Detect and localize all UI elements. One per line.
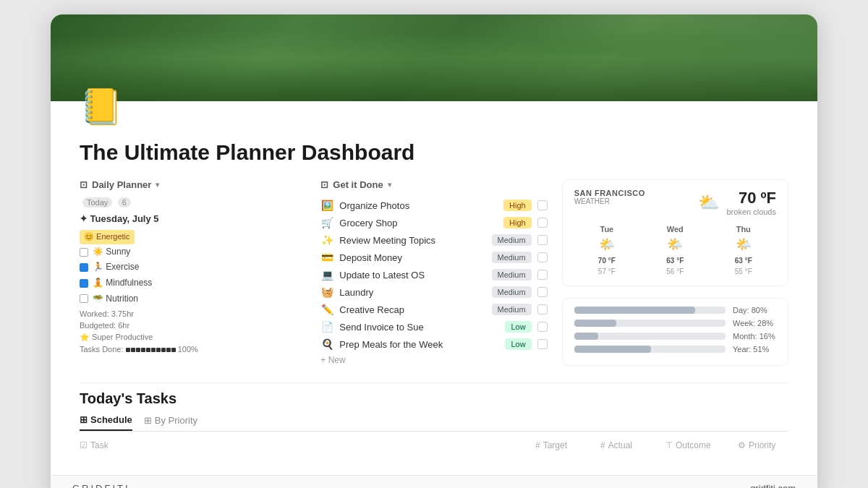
daily-planner-label: Daily Planner <box>92 179 151 190</box>
task-icon-deposit: 💳 <box>320 252 333 263</box>
brand-left: GRIDFITI <box>72 483 130 488</box>
col-label-target: Target <box>543 440 567 450</box>
weather-label: WEATHER <box>574 197 645 205</box>
planner-items: 😊 Energetic ☀️ Sunny 🏃 Exercise 🧘 Mindfu… <box>80 230 306 307</box>
checkbox-exercise[interactable] <box>80 263 88 272</box>
progress-label-year: Year: 51% <box>733 345 776 354</box>
daily-planner-section: ⊡ Daily Planner ▾ Today 6 ✦ Tuesday, Jul… <box>80 179 306 368</box>
task-row: ✏️ Creative Recap Medium <box>320 301 547 317</box>
day-heading: ✦ Tuesday, July 5 <box>80 213 306 224</box>
task-checkbox-os[interactable] <box>537 270 548 280</box>
task-name-meals: Prep Meals for the Week <box>339 339 499 350</box>
task-row: 🍳 Prep Meals for the Week Low <box>320 336 547 352</box>
col-icon-target: # <box>535 440 540 450</box>
task-row: 🧺 Laundry Medium <box>320 284 547 300</box>
progress-bar-year <box>574 346 726 353</box>
planner-item-nutrition: 🥗 Nutrition <box>80 291 306 307</box>
col-icon-actual: # <box>600 440 605 450</box>
weather-city: SAN FRANCISCO <box>574 189 645 197</box>
weather-desc: broken clouds <box>727 207 777 216</box>
progress-row-day: Day: 80% <box>574 306 776 314</box>
task-icon-os: 💻 <box>320 269 333 281</box>
dashboard-grid: ⊡ Daily Planner ▾ Today 6 ✦ Tuesday, Jul… <box>80 179 788 368</box>
task-name-recap: Creative Recap <box>339 304 485 315</box>
priority-badge-meeting: Medium <box>492 234 532 246</box>
todays-tasks-section: Today's Tasks ⊞ Schedule ⊞ By Priority ☑… <box>80 382 788 453</box>
banner-image <box>51 14 817 101</box>
task-name-invoice: Send Invoice to Sue <box>339 322 499 333</box>
col-icon-priority: ⚙ <box>738 440 746 450</box>
table-header: ☑ Task # Target # Actual ⊤ Outcome ⚙ P <box>80 437 788 453</box>
checkbox-nutrition[interactable] <box>80 294 88 303</box>
progress-dots <box>126 348 176 352</box>
weather-top: SAN FRANCISCO WEATHER ⛅ 70 ºF broken clo… <box>574 189 776 216</box>
planner-item-sunny: ☀️ Sunny <box>80 244 306 260</box>
weather-icon-main: ⛅ <box>698 192 720 213</box>
tabs-row: ⊞ Schedule ⊞ By Priority <box>80 414 788 432</box>
worked-meta: Worked: 3.75hr <box>80 309 306 318</box>
task-checkbox-deposit[interactable] <box>537 252 548 262</box>
tab-by-priority[interactable]: ⊞ By Priority <box>144 414 197 431</box>
checkbox-mindfulness[interactable] <box>80 279 88 288</box>
checkbox-sunny[interactable] <box>80 248 88 257</box>
task-checkbox-meals[interactable] <box>537 339 548 349</box>
task-checkbox-invoice[interactable] <box>537 322 548 332</box>
col-label-task: Task <box>90 440 109 450</box>
col-label-priority: Priority <box>749 440 775 450</box>
tasks-done-meta: Tasks Done: 100% <box>80 345 306 354</box>
forecast-wed: Wed 🌤️ 63 °F 56 °F <box>642 225 707 277</box>
task-checkbox-recap[interactable] <box>537 304 548 314</box>
col-label-actual: Actual <box>608 440 632 450</box>
task-icon-photos: 🖼️ <box>320 200 333 211</box>
task-name-meeting: Review Meeting Topics <box>339 235 485 246</box>
task-row: 💳 Deposit Money Medium <box>320 249 547 265</box>
add-new-button[interactable]: + New <box>320 352 547 368</box>
priority-badge-laundry: Medium <box>492 286 532 298</box>
progress-bar-day <box>574 307 726 314</box>
schedule-icon: ⊞ <box>80 414 88 425</box>
get-it-done-label: Get it Done <box>333 179 383 190</box>
forecast-tue: Tue 🌤️ 70 °F 57 °F <box>574 225 639 277</box>
mood-badge: 😊 Energetic <box>80 230 135 244</box>
task-checkbox-photos[interactable] <box>537 200 548 210</box>
priority-badge-os: Medium <box>492 269 532 281</box>
task-checkbox-grocery[interactable] <box>537 218 548 228</box>
task-name-deposit: Deposit Money <box>339 252 485 263</box>
right-section: SAN FRANCISCO WEATHER ⛅ 70 ºF broken clo… <box>562 179 788 368</box>
task-row: 💻 Update to Latest OS Medium <box>320 267 547 283</box>
task-icon-invoice: 📄 <box>320 321 333 333</box>
task-name-laundry: Laundry <box>339 287 485 298</box>
priority-badge-grocery: High <box>503 217 532 228</box>
priority-badge-recap: Medium <box>492 304 532 315</box>
tab-schedule[interactable]: ⊞ Schedule <box>80 414 132 431</box>
today-label: Today 6 <box>80 197 306 207</box>
weather-card: SAN FRANCISCO WEATHER ⛅ 70 ºF broken clo… <box>562 179 788 286</box>
page-title: The Ultimate Planner Dashboard <box>80 140 788 165</box>
weather-temp: 70 ºF <box>727 189 777 207</box>
task-checkbox-laundry[interactable] <box>537 287 548 297</box>
budgeted-meta: Budgeted: 6hr <box>80 321 306 330</box>
get-it-done-header[interactable]: ⊡ Get it Done ▾ <box>320 179 547 190</box>
task-row: ✨ Review Meeting Topics Medium <box>320 232 547 248</box>
mood-item: 😊 Energetic <box>80 230 306 244</box>
daily-planner-header[interactable]: ⊡ Daily Planner ▾ <box>80 179 306 190</box>
task-list: 🖼️ Organize Photos High 🛒 Grocery Shop H… <box>320 197 547 352</box>
progress-row-month: Month: 16% <box>574 332 776 341</box>
get-it-done-section: ⊡ Get it Done ▾ 🖼️ Organize Photos High … <box>320 179 547 368</box>
col-icon-outcome: ⊤ <box>665 440 673 450</box>
progress-bar-week <box>574 320 726 327</box>
progress-label-month: Month: 16% <box>733 332 776 341</box>
chevron-down-icon-2: ▾ <box>388 181 391 189</box>
col-label-outcome: Outcome <box>676 440 711 450</box>
priority-badge-meals: Low <box>505 338 531 350</box>
task-checkbox-meeting[interactable] <box>537 235 548 245</box>
task-icon-recap: ✏️ <box>320 304 333 315</box>
weather-forecast: Tue 🌤️ 70 °F 57 °F Wed 🌤️ 63 °F <box>574 225 776 277</box>
task-icon-meeting: ✨ <box>320 234 333 246</box>
bottom-bar: GRIDFITI gridfiti.com <box>51 475 817 488</box>
task-icon-meals: 🍳 <box>320 338 333 350</box>
checklist-icon: ⊡ <box>320 179 328 190</box>
planner-item-mindfulness: 🧘 Mindfulness <box>80 275 306 291</box>
progress-label-day: Day: 80% <box>733 306 776 314</box>
progress-bar-month <box>574 333 726 340</box>
